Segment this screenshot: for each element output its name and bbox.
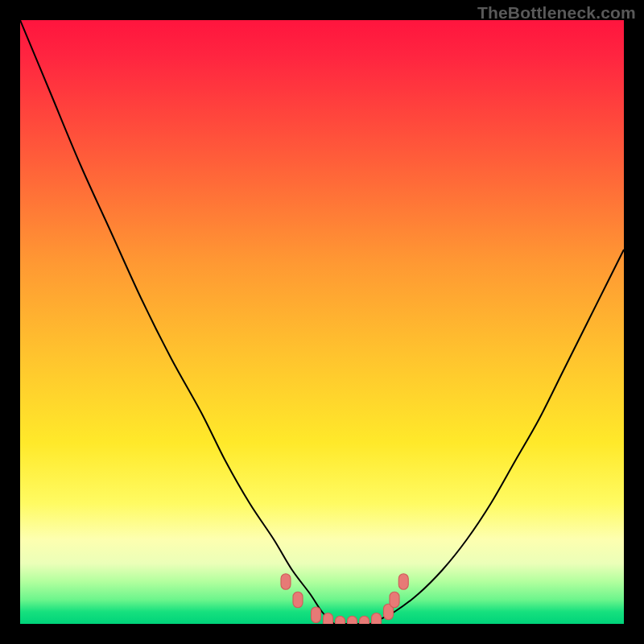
curve-right-curve <box>370 250 624 624</box>
optimal-range-marker <box>390 592 399 607</box>
optimal-range-marker <box>293 592 303 607</box>
optimal-range-marker <box>281 574 291 589</box>
optimal-range-marker <box>372 613 382 625</box>
bottleneck-curve-svg <box>20 20 624 624</box>
curve-group <box>20 20 624 624</box>
curve-left-curve <box>20 20 334 624</box>
optimal-range-marker <box>336 616 345 624</box>
optimal-range-marker <box>348 616 357 624</box>
optimal-range-marker <box>324 613 333 625</box>
optimal-range-marker <box>312 607 321 622</box>
optimal-range-marker <box>398 574 408 589</box>
chart-frame: TheBottleneck.com <box>0 0 644 644</box>
optimal-range-marker <box>360 616 369 624</box>
plot-area <box>20 20 624 624</box>
